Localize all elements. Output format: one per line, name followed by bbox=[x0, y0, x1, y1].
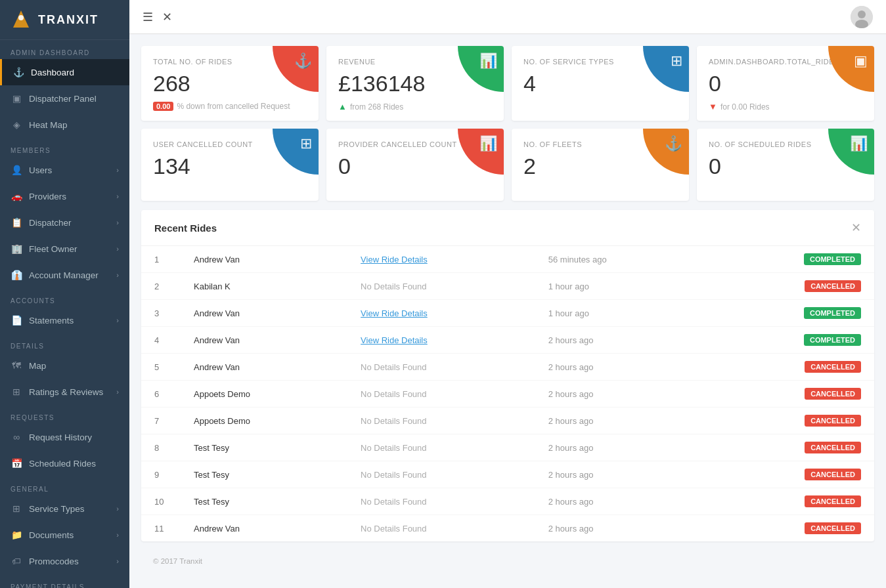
footer: © 2017 Tranxit bbox=[141, 551, 874, 572]
svg-point-1 bbox=[18, 15, 24, 20]
sidebar-arrow-fleet-owner: › bbox=[116, 245, 119, 253]
ride-status-badge: CANCELLED bbox=[805, 495, 861, 507]
sidebar-item-label-scheduled-rides: Scheduled Rides bbox=[29, 459, 96, 469]
menu-icon[interactable]: ☰ bbox=[143, 10, 153, 24]
table-row: 2Kabilan KNo Details Found1 hour agoCANC… bbox=[141, 273, 874, 300]
close-icon[interactable]: ✕ bbox=[162, 10, 172, 24]
sidebar-item-scheduled-rides[interactable]: 📅Scheduled Rides bbox=[0, 450, 129, 476]
ride-name: Kabilan K bbox=[181, 273, 347, 300]
recent-rides-header: Recent Rides ✕ bbox=[141, 210, 874, 246]
sidebar-section-accounts: ACCOUNTS bbox=[0, 288, 129, 307]
sidebar-item-label-ratings-reviews: Ratings & Reviews bbox=[29, 387, 103, 397]
ride-number: 11 bbox=[141, 515, 181, 542]
ride-time: 56 minutes ago bbox=[535, 246, 706, 273]
sidebar-item-users[interactable]: 👤Users› bbox=[0, 157, 129, 183]
ride-status-cell: CANCELLED bbox=[706, 434, 874, 461]
sidebar-arrow-ratings-reviews: › bbox=[116, 388, 119, 396]
stat-card-total-rides-2: ▣ADMIN.DASHBOARD.TOTAL_RIDES0▼for 0.00 R… bbox=[697, 46, 874, 121]
sidebar-arrow-users: › bbox=[116, 166, 119, 174]
sidebar-item-account-manager[interactable]: 👔Account Manager› bbox=[0, 262, 129, 288]
ride-details: No Details Found bbox=[347, 515, 535, 542]
sidebar-item-fleet-owner[interactable]: 🏢Fleet Owner› bbox=[0, 236, 129, 262]
avatar[interactable] bbox=[851, 6, 873, 28]
logo-icon bbox=[11, 9, 32, 30]
ride-status-cell: CANCELLED bbox=[706, 488, 874, 515]
stat-card-fleets: ⚓NO. OF FLEETS2 bbox=[512, 129, 689, 201]
ride-status-cell: CANCELLED bbox=[706, 408, 874, 434]
stat-cards: ⚓TOTAL NO. OF RIDES2680.00% down from ca… bbox=[141, 46, 874, 201]
logo-text: TRANXIT bbox=[38, 13, 99, 27]
ride-details: No Details Found bbox=[347, 461, 535, 488]
ride-number: 1 bbox=[141, 246, 181, 273]
ride-status-badge: CANCELLED bbox=[805, 415, 861, 427]
topbar: ☰ ✕ bbox=[129, 0, 886, 34]
sidebar-item-documents[interactable]: 📁Documents› bbox=[0, 522, 129, 548]
sidebar-item-statements[interactable]: 📄Statements› bbox=[0, 307, 129, 333]
stat-sub-text-total-rides: % down from cancelled Request bbox=[177, 102, 290, 111]
ride-name: Andrew Van bbox=[181, 300, 347, 327]
sidebar-item-request-history[interactable]: ∞Request History bbox=[0, 424, 129, 450]
sidebar-section-details: DETAILS bbox=[0, 333, 129, 352]
recent-rides-close-button[interactable]: ✕ bbox=[851, 220, 861, 235]
ride-status-cell: COMPLETED bbox=[706, 246, 874, 273]
scheduled-rides-icon: 📅 bbox=[11, 457, 22, 469]
ride-details[interactable]: View Ride Details bbox=[347, 246, 535, 273]
recent-rides-section: Recent Rides ✕ 1Andrew VanView Ride Deta… bbox=[141, 210, 874, 541]
sidebar-arrow-service-types: › bbox=[116, 505, 119, 513]
ride-details[interactable]: View Ride Details bbox=[347, 300, 535, 327]
sidebar-item-map[interactable]: 🗺Map bbox=[0, 352, 129, 379]
sidebar-item-ratings-reviews[interactable]: ⊞Ratings & Reviews› bbox=[0, 379, 129, 405]
ride-status-badge: COMPLETED bbox=[804, 334, 861, 346]
ride-number: 7 bbox=[141, 408, 181, 434]
sidebar-arrow-providers: › bbox=[116, 192, 119, 200]
stat-card-revenue: 📊REVENUE£136148▲from 268 Rides bbox=[326, 46, 504, 121]
ride-number: 10 bbox=[141, 488, 181, 515]
sidebar-item-dispatcher-panel[interactable]: ▣Dispatcher Panel bbox=[0, 85, 129, 112]
table-row: 11Andrew VanNo Details Found2 hours agoC… bbox=[141, 515, 874, 542]
sidebar-item-label-providers: Providers bbox=[29, 192, 66, 201]
stat-card-total-rides: ⚓TOTAL NO. OF RIDES2680.00% down from ca… bbox=[141, 46, 319, 121]
ride-time: 2 hours ago bbox=[535, 381, 706, 408]
ride-status-badge: CANCELLED bbox=[805, 469, 861, 480]
ride-time: 2 hours ago bbox=[535, 434, 706, 461]
sidebar-item-label-promocodes: Promocodes bbox=[29, 556, 79, 566]
sidebar-item-label-fleet-owner: Fleet Owner bbox=[29, 244, 78, 254]
sidebar-item-label-service-types: Service Types bbox=[29, 504, 85, 514]
stat-sub-total-rides-2: ▼for 0.00 Rides bbox=[709, 102, 862, 112]
sidebar-section-requests: REQUESTS bbox=[0, 405, 129, 424]
ride-name: Test Tesy bbox=[181, 461, 347, 488]
sidebar-item-promocodes[interactable]: 🏷Promocodes› bbox=[0, 548, 129, 574]
view-ride-details-link[interactable]: View Ride Details bbox=[361, 335, 428, 345]
ride-status-cell: COMPLETED bbox=[706, 300, 874, 327]
stat-sub-arrow-revenue: ▲ bbox=[338, 102, 347, 112]
sidebar-arrow-account-manager: › bbox=[116, 271, 119, 279]
ride-status-cell: CANCELLED bbox=[706, 273, 874, 300]
sidebar-item-dispatcher[interactable]: 📋Dispatcher› bbox=[0, 209, 129, 236]
sidebar-item-dashboard[interactable]: ⚓Dashboard bbox=[0, 59, 129, 85]
view-ride-details-link[interactable]: View Ride Details bbox=[361, 255, 428, 264]
sidebar-arrow-documents: › bbox=[116, 531, 119, 539]
sidebar-item-service-types[interactable]: ⊞Service Types› bbox=[0, 495, 129, 522]
ride-details: No Details Found bbox=[347, 434, 535, 461]
ride-name: Test Tesy bbox=[181, 434, 347, 461]
sidebar-item-heat-map[interactable]: ◈Heat Map bbox=[0, 112, 129, 138]
ride-name: Andrew Van bbox=[181, 354, 347, 381]
ride-number: 8 bbox=[141, 434, 181, 461]
ride-time: 2 hours ago bbox=[535, 408, 706, 434]
ride-details: No Details Found bbox=[347, 488, 535, 515]
table-row: 1Andrew VanView Ride Details56 minutes a… bbox=[141, 246, 874, 273]
sidebar-item-providers[interactable]: 🚗Providers› bbox=[0, 183, 129, 209]
main-content: ☰ ✕ ⚓TOTAL NO. OF RIDES2680.00% down fro… bbox=[129, 0, 886, 588]
ride-time: 2 hours ago bbox=[535, 354, 706, 381]
service-types-icon: ⊞ bbox=[11, 503, 22, 514]
ride-time: 2 hours ago bbox=[535, 488, 706, 515]
ride-number: 9 bbox=[141, 461, 181, 488]
table-row: 7Appoets DemoNo Details Found2 hours ago… bbox=[141, 408, 874, 434]
ride-details[interactable]: View Ride Details bbox=[347, 327, 535, 354]
ride-time: 1 hour ago bbox=[535, 300, 706, 327]
view-ride-details-link[interactable]: View Ride Details bbox=[361, 308, 428, 318]
sidebar-item-label-account-manager: Account Manager bbox=[29, 270, 99, 280]
sidebar-item-label-documents: Documents bbox=[29, 530, 74, 540]
ride-status-cell: CANCELLED bbox=[706, 354, 874, 381]
stat-sub-text-revenue: from 268 Rides bbox=[350, 102, 403, 112]
